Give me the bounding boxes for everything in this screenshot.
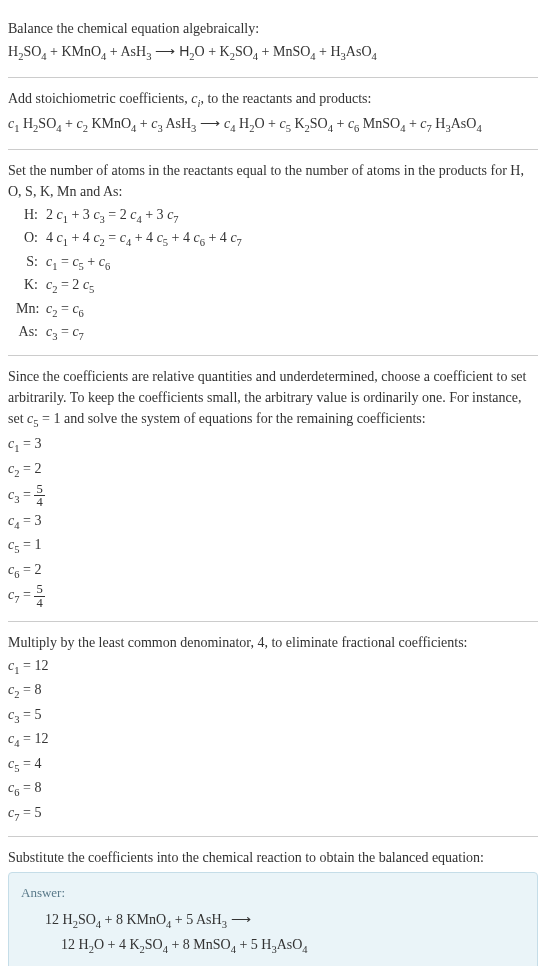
atom-equation-row: O:4 c1 + 4 c2 = c4 + 4 c5 + 4 c6 + 4 c7 [16, 227, 538, 251]
element-label: As: [16, 321, 46, 342]
coefficients-equation: c1 H2SO4 + c2 KMnO4 + c3 AsH3 ⟶ c4 H2O +… [8, 113, 538, 137]
section-balance-intro: Balance the chemical equation algebraica… [8, 8, 538, 78]
coefficient-line: c4 = 3 [8, 510, 538, 534]
section-multiply: Multiply by the least common denominator… [8, 622, 538, 838]
intro-text: Balance the chemical equation algebraica… [8, 18, 538, 39]
atom-equation-row: As:c3 = c7 [16, 321, 538, 345]
answer-box: Answer: 12 H2SO4 + 8 KMnO4 + 5 AsH3 ⟶ 12… [8, 872, 538, 966]
element-label: S: [16, 251, 46, 272]
coefficient-line: c6 = 2 [8, 559, 538, 583]
multiply-intro: Multiply by the least common denominator… [8, 632, 538, 653]
section-solve: Since the coefficients are relative quan… [8, 356, 538, 622]
coefficient-line: c3 = 5 [8, 704, 538, 728]
coefficient-line: c7 = 5 [8, 802, 538, 826]
coefficient-line: c5 = 4 [8, 753, 538, 777]
answer-label: Answer: [21, 883, 525, 903]
coefficient-line: c5 = 1 [8, 534, 538, 558]
coeff-list-integer: c1 = 12c2 = 8c3 = 5c4 = 12c5 = 4c6 = 8c7… [8, 655, 538, 826]
atom-equations-intro: Set the number of atoms in the reactants… [8, 160, 538, 202]
element-label: K: [16, 274, 46, 295]
coefficient-line: c2 = 8 [8, 679, 538, 703]
coefficient-line: c4 = 12 [8, 728, 538, 752]
unbalanced-equation: H2SO4 + KMnO4 + AsH3 ⟶ H2O + K2SO4 + MnS… [8, 41, 538, 65]
atom-equation-row: H:2 c1 + 3 c3 = 2 c4 + 3 c7 [16, 204, 538, 228]
coeff-list-fractional: c1 = 3c2 = 2c3 = 54c4 = 3c5 = 1c6 = 2c7 … [8, 433, 538, 609]
element-label: Mn: [16, 298, 46, 319]
atom-equations-table: H:2 c1 + 3 c3 = 2 c4 + 3 c7O:4 c1 + 4 c2… [16, 204, 538, 345]
coefficient-line: c3 = 54 [8, 483, 538, 509]
atom-equation-row: Mn:c2 = c6 [16, 298, 538, 322]
answer-intro: Substitute the coefficients into the che… [8, 847, 538, 868]
answer-content: 12 H2SO4 + 8 KMnO4 + 5 AsH3 ⟶ 12 H2O + 4… [21, 909, 525, 958]
element-equation: c1 = c5 + c6 [46, 251, 538, 275]
section-add-coefficients: Add stoichiometric coefficients, ci, to … [8, 78, 538, 150]
solve-intro: Since the coefficients are relative quan… [8, 366, 538, 432]
element-label: H: [16, 204, 46, 225]
answer-equation-line1: 12 H2SO4 + 8 KMnO4 + 5 AsH3 ⟶ [45, 909, 525, 933]
element-equation: c3 = c7 [46, 321, 538, 345]
coefficient-line: c1 = 12 [8, 655, 538, 679]
element-equation: c2 = c6 [46, 298, 538, 322]
coefficient-line: c2 = 2 [8, 458, 538, 482]
element-equation: 4 c1 + 4 c2 = c4 + 4 c5 + 4 c6 + 4 c7 [46, 227, 538, 251]
element-equation: c2 = 2 c5 [46, 274, 538, 298]
answer-equation-line2: 12 H2O + 4 K2SO4 + 8 MnSO4 + 5 H3AsO4 [45, 934, 525, 958]
atom-equation-row: K:c2 = 2 c5 [16, 274, 538, 298]
atom-equation-row: S:c1 = c5 + c6 [16, 251, 538, 275]
section-answer: Substitute the coefficients into the che… [8, 837, 538, 966]
element-equation: 2 c1 + 3 c3 = 2 c4 + 3 c7 [46, 204, 538, 228]
coefficient-line: c7 = 54 [8, 583, 538, 609]
coefficients-intro: Add stoichiometric coefficients, ci, to … [8, 88, 538, 112]
coefficient-line: c6 = 8 [8, 777, 538, 801]
section-atom-equations: Set the number of atoms in the reactants… [8, 150, 538, 356]
element-label: O: [16, 227, 46, 248]
coefficient-line: c1 = 3 [8, 433, 538, 457]
